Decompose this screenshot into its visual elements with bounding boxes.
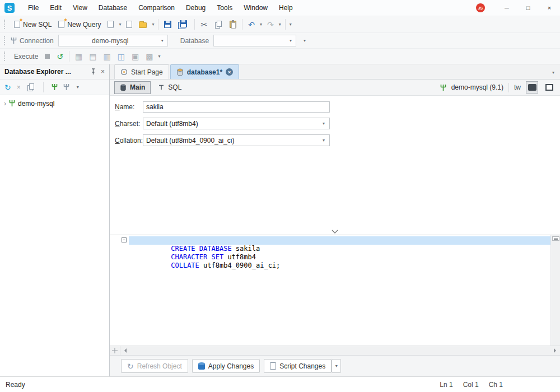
menu-help[interactable]: Help [273, 1, 298, 15]
tab-database1[interactable]: database1* × [170, 64, 239, 79]
script-changes-button[interactable]: Script Changes [264, 359, 332, 373]
new-connection-icon[interactable] [52, 83, 58, 91]
connection-combobox[interactable]: demo-mysql ▾ [58, 35, 168, 46]
toolbar-overflow-dropdown[interactable]: ▾ [288, 22, 293, 27]
apply-changes-button[interactable]: Apply Changes [192, 359, 260, 373]
database-refresh-dropdown[interactable]: ▾ [302, 39, 307, 43]
status-char: Ch 1 [489, 381, 503, 389]
sql-text-icon [158, 84, 165, 91]
pin-icon[interactable] [90, 68, 96, 75]
menu-debug[interactable]: Debug [180, 1, 211, 15]
new-document-dropdown[interactable]: ▾ [117, 22, 123, 27]
tree-item-connection[interactable]: › demo-mysql [0, 98, 109, 109]
menu-edit[interactable]: Edit [44, 1, 67, 15]
redo-button[interactable]: ↷ [264, 19, 277, 30]
name-input[interactable] [143, 101, 330, 113]
chevron-down-icon: ▾ [160, 39, 165, 43]
scroll-left-arrow[interactable] [120, 346, 130, 355]
toolbar-grip[interactable] [4, 36, 7, 45]
toolbar-separator [69, 51, 69, 62]
new-document-button[interactable] [104, 19, 117, 30]
toolbar-grip[interactable] [4, 52, 7, 61]
new-query-button[interactable]: * New Query [55, 19, 104, 30]
query-history-button[interactable]: ↺ [53, 51, 67, 62]
tab-list-dropdown[interactable]: ▾ [550, 71, 560, 75]
explorer-close-icon[interactable]: × [101, 68, 105, 75]
edit-connection-icon[interactable] [63, 83, 69, 91]
layout-compact-button[interactable] [526, 81, 538, 94]
copy-button[interactable] [211, 19, 226, 30]
menu-window[interactable]: Window [238, 1, 273, 15]
explorer-toolbar-dropdown[interactable]: ▾ [75, 85, 81, 90]
stop-button[interactable] [41, 52, 53, 60]
cut-button[interactable]: ✂ [197, 19, 211, 30]
tree-expander-icon[interactable]: › [4, 100, 6, 108]
charset-select[interactable]: Default (utf8mb4) ▾ [143, 118, 330, 129]
refresh-object-button[interactable]: ↻ Refresh Object [121, 359, 188, 373]
new-query-icon: * [58, 21, 64, 28]
menu-view[interactable]: View [67, 1, 93, 15]
collation-label: Collation: [115, 137, 143, 144]
menu-file[interactable]: File [22, 1, 44, 15]
open-file-dropdown[interactable]: ▾ [150, 22, 156, 27]
database-combobox[interactable]: ▾ [213, 35, 296, 46]
query-profiler-button[interactable]: ▦ [72, 51, 86, 62]
tab-start-page[interactable]: Start Page [114, 64, 169, 79]
execution-plan-button[interactable]: ▤ [86, 51, 100, 62]
undo-button[interactable]: ↶ [245, 19, 258, 30]
tab-main[interactable]: Main [114, 81, 151, 94]
execution-plan-icon: ▤ [89, 53, 96, 60]
fold-collapse-icon[interactable]: − [122, 237, 127, 242]
layout-full-button[interactable] [543, 81, 556, 94]
menu-tools[interactable]: Tools [211, 1, 238, 15]
scrollbar-grip[interactable] [110, 346, 120, 355]
duplicate-icon[interactable] [29, 83, 34, 90]
data-import-button[interactable]: ▣ [128, 51, 142, 62]
new-sql-button[interactable]: * New SQL [11, 19, 55, 30]
action-bar: ↻ Refresh Object Apply Changes Script Ch… [110, 355, 560, 376]
tab-close-icon[interactable]: × [226, 68, 233, 76]
vertical-scrollbar[interactable] [550, 235, 560, 346]
query-builder-icon: ◫ [118, 53, 125, 60]
collation-select[interactable]: Default (utf8mb4_0900_ai_ci) ▾ [143, 134, 330, 146]
redo-dropdown[interactable]: ▾ [277, 22, 283, 27]
paste-button[interactable] [226, 19, 240, 30]
toolbar-grip[interactable] [4, 20, 7, 29]
close-button[interactable]: × [539, 0, 560, 16]
tab-sql[interactable]: SQL [152, 81, 187, 94]
minimize-button[interactable]: ─ [496, 0, 517, 16]
scroll-right-arrow[interactable] [550, 346, 560, 355]
pivot-table-button[interactable]: ▩ [142, 51, 156, 62]
menu-database[interactable]: Database [93, 1, 133, 15]
menu-comparison[interactable]: Comparison [133, 1, 180, 15]
layout-full-icon [545, 84, 553, 91]
sql-preview-editor[interactable]: − CREATE DATABASE sakila CHARACTER SET u… [110, 235, 560, 346]
database-icon [120, 84, 127, 91]
new-window-button[interactable] [123, 19, 136, 30]
script-changes-dropdown[interactable]: ▾ [332, 359, 341, 373]
mode-tab-label: Main [130, 83, 145, 91]
editor-split-handle[interactable] [552, 236, 559, 241]
chevron-down-icon: ▾ [321, 122, 326, 126]
data-editor-button[interactable]: ▥ [100, 51, 114, 62]
undo-dropdown[interactable]: ▾ [258, 22, 264, 27]
maximize-button[interactable]: □ [517, 0, 539, 16]
redo-icon: ↷ [267, 21, 274, 29]
disconnect-icon[interactable]: × [17, 84, 21, 91]
execute-toolbar-dropdown[interactable]: ▾ [157, 54, 162, 59]
save-button[interactable] [161, 19, 175, 30]
explorer-tree: › demo-mysql [0, 95, 109, 376]
database-explorer-panel: Database Explorer ... × ↻ × ▾ › [0, 64, 110, 376]
collapse-chevron-icon [331, 230, 339, 234]
toolbar-separator [158, 19, 158, 30]
user-account-badge[interactable]: JS [476, 3, 485, 12]
open-file-button[interactable] [136, 19, 150, 30]
query-builder-button[interactable]: ◫ [114, 51, 128, 62]
save-all-button[interactable] [175, 18, 192, 31]
data-import-icon: ▣ [132, 53, 139, 60]
horizontal-scrollbar[interactable] [110, 346, 560, 355]
refresh-icon[interactable]: ↻ [4, 83, 11, 91]
sql-preview-splitter[interactable] [110, 228, 560, 235]
execute-button[interactable]: Execute [11, 51, 41, 62]
sql-code[interactable]: CREATE DATABASE sakila CHARACTER SET utf… [129, 235, 550, 346]
